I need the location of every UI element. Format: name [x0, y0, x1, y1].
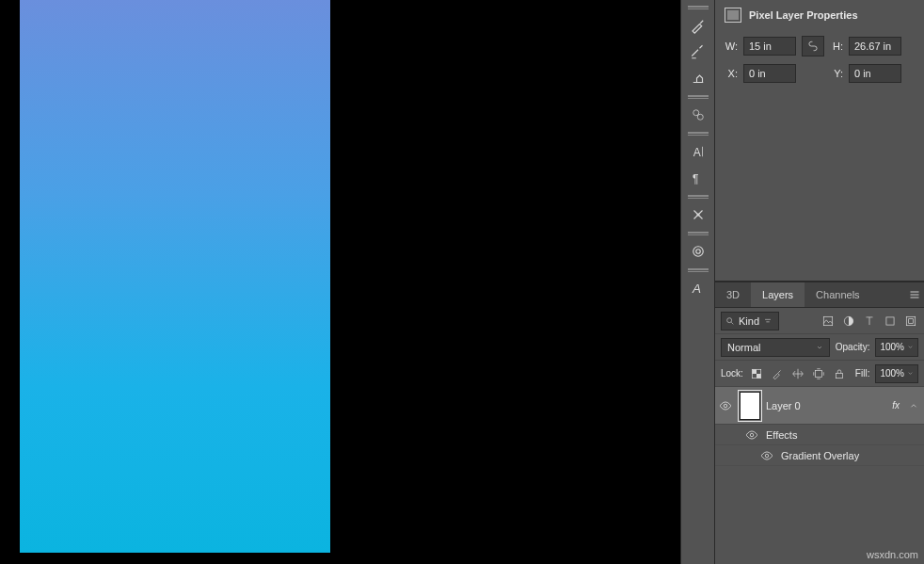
dock-handle[interactable]: [688, 268, 709, 271]
right-panel-column: Pixel Layer Properties W: H: X: Y: 3D La…: [715, 0, 924, 564]
svg-rect-12: [886, 316, 894, 324]
svg-point-22: [765, 454, 769, 458]
dock-handle[interactable]: [688, 6, 709, 8]
fill-input[interactable]: 100%: [875, 364, 918, 383]
clone-panel-icon[interactable]: [683, 65, 713, 91]
filter-shape-icon[interactable]: [883, 314, 898, 329]
height-input[interactable]: [849, 37, 901, 56]
fill-label: Fill:: [855, 368, 870, 379]
svg-point-7: [695, 250, 700, 254]
gradient-overlay-label: Gradient Overlay: [781, 450, 859, 461]
filter-smart-icon[interactable]: [903, 314, 918, 329]
x-label: X:: [725, 68, 738, 79]
svg-rect-10: [823, 316, 832, 325]
layer-row[interactable]: Layer 0 fx: [715, 387, 924, 425]
width-input[interactable]: [743, 37, 796, 56]
svg-point-0: [693, 110, 698, 116]
lock-transparent-icon[interactable]: [749, 366, 764, 381]
opacity-input[interactable]: 100%: [875, 338, 918, 357]
svg-text:¶: ¶: [693, 172, 698, 185]
lock-row: Lock: Fill: 100%: [715, 361, 924, 387]
canvas-artwork: [20, 0, 330, 553]
tool-presets-icon[interactable]: [683, 201, 713, 228]
svg-point-21: [750, 433, 754, 437]
width-label: W:: [725, 40, 738, 52]
filter-type-icon[interactable]: [862, 314, 877, 329]
tab-layers[interactable]: Layers: [751, 282, 805, 307]
expand-effects-icon[interactable]: [909, 397, 918, 414]
link-dimensions-button[interactable]: [802, 36, 824, 56]
tab-3d[interactable]: 3D: [715, 282, 751, 307]
blend-mode-dropdown[interactable]: Normal: [721, 338, 830, 357]
brush-panel-icon[interactable]: [683, 12, 713, 39]
svg-rect-14: [909, 318, 914, 323]
height-label: H:: [830, 40, 843, 52]
svg-rect-19: [836, 373, 842, 378]
cc-libraries-icon[interactable]: [683, 238, 713, 265]
svg-text:A: A: [693, 146, 700, 159]
lock-position-icon[interactable]: [790, 366, 805, 381]
dock-handle[interactable]: [688, 232, 709, 234]
panel-tabs: 3D Layers Channels: [715, 282, 924, 308]
y-input[interactable]: [849, 64, 901, 83]
character-panel-icon[interactable]: A: [683, 138, 713, 165]
svg-point-20: [724, 404, 727, 408]
filter-kind-label: Kind: [739, 315, 759, 327]
opacity-value: 100%: [880, 342, 904, 352]
dock-handle[interactable]: [688, 195, 709, 198]
svg-rect-16: [757, 374, 761, 379]
pixel-layer-icon: [725, 8, 741, 23]
properties-title: Pixel Layer Properties: [749, 9, 858, 21]
lock-pixels-icon[interactable]: [770, 366, 785, 381]
y-label: Y:: [830, 68, 843, 79]
svg-point-1: [697, 114, 703, 120]
paragraph-panel-icon[interactable]: ¶: [683, 165, 713, 191]
watermark: wsxdn.com: [867, 549, 918, 560]
dock-handle[interactable]: [688, 132, 709, 135]
opacity-label: Opacity:: [836, 342, 870, 352]
svg-point-9: [727, 317, 732, 322]
svg-text:A: A: [692, 282, 701, 296]
visibility-eye-icon[interactable]: [717, 399, 734, 412]
filter-pixel-icon[interactable]: [820, 314, 836, 329]
lock-artboard-icon[interactable]: [811, 366, 826, 381]
filter-kind-dropdown[interactable]: Kind: [721, 312, 779, 330]
fx-badge[interactable]: fx: [892, 400, 900, 411]
svg-rect-18: [815, 370, 821, 377]
effects-label: Effects: [766, 429, 797, 441]
layer-comps-icon[interactable]: [683, 102, 713, 128]
svg-point-5: [696, 214, 699, 217]
glyphs-panel-icon[interactable]: A: [683, 275, 713, 301]
layer-filter-row: Kind: [715, 308, 924, 334]
tab-channels[interactable]: Channels: [805, 282, 870, 307]
effects-row[interactable]: Effects: [715, 425, 924, 445]
filter-adjustment-icon[interactable]: [841, 314, 856, 329]
visibility-eye-icon[interactable]: [745, 428, 758, 442]
dock-handle[interactable]: [688, 95, 709, 98]
lock-label: Lock:: [721, 368, 743, 379]
fill-value: 100%: [880, 368, 904, 379]
blend-row: Normal Opacity: 100%: [715, 334, 924, 361]
layers-panel: Kind Normal Opacity: 100% Loc: [715, 308, 924, 564]
layer-thumbnail[interactable]: [740, 392, 760, 420]
brush-settings-icon[interactable]: [683, 39, 713, 65]
effect-gradient-overlay-row[interactable]: Gradient Overlay: [715, 445, 924, 466]
svg-rect-13: [906, 316, 915, 325]
visibility-eye-icon[interactable]: [760, 449, 773, 462]
svg-point-6: [693, 247, 703, 257]
lock-all-icon[interactable]: [832, 366, 847, 381]
properties-panel: Pixel Layer Properties W: H: X: Y:: [715, 0, 924, 282]
panel-menu-icon[interactable]: [905, 282, 924, 307]
tools-dock: A ¶ A: [680, 0, 715, 564]
layer-name[interactable]: Layer 0: [766, 400, 886, 411]
x-input[interactable]: [743, 64, 796, 83]
svg-rect-15: [752, 369, 757, 374]
blend-mode-value: Normal: [727, 342, 760, 353]
